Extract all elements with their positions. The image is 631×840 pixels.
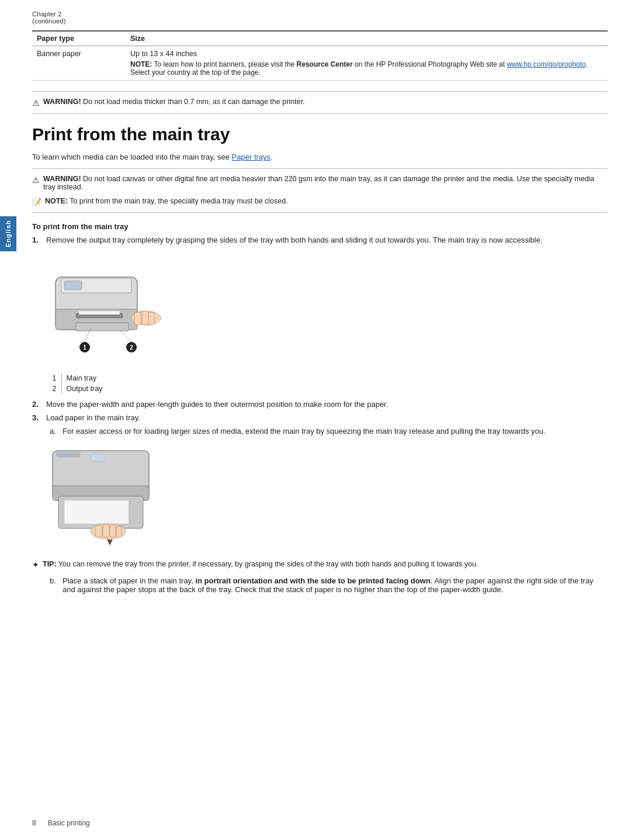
printer-illustration-2 bbox=[44, 445, 608, 553]
tip-box: ✦ TIP: You can remove the tray from the … bbox=[32, 560, 608, 569]
legend-num-2: 2 bbox=[44, 383, 61, 394]
substep-b-label: b. bbox=[50, 576, 58, 594]
warning-icon: ⚠ bbox=[32, 98, 40, 108]
tip-icon: ✦ bbox=[32, 560, 39, 569]
step-text-1: Remove the output tray completely by gra… bbox=[46, 236, 543, 244]
step-num-2: 2. bbox=[32, 400, 41, 409]
legend-label-2: Output tray bbox=[61, 383, 108, 394]
svg-rect-30 bbox=[116, 526, 122, 537]
svg-text:2: 2 bbox=[130, 344, 133, 351]
warning-label-2: WARNING! bbox=[43, 175, 81, 183]
svg-rect-5 bbox=[79, 311, 120, 314]
note-icon: 📝 bbox=[32, 198, 41, 206]
sidebar-language-label: English bbox=[0, 216, 16, 251]
col-size: Size bbox=[126, 31, 608, 46]
col-paper-type: Paper type bbox=[32, 31, 126, 46]
footer-label: Basic printing bbox=[48, 819, 90, 827]
warning-label: WARNING! bbox=[43, 98, 81, 106]
sub-steps-list: a. For easier access or for loading larg… bbox=[32, 427, 608, 435]
divider-2 bbox=[32, 113, 608, 114]
step-1: 1. Remove the output tray completely by … bbox=[32, 236, 608, 244]
section-title: Print from the main tray bbox=[32, 125, 608, 144]
steps-list: 1. Remove the output tray completely by … bbox=[32, 236, 608, 244]
substep-a: a. For easier access or for loading larg… bbox=[50, 427, 608, 435]
divider-1 bbox=[32, 91, 608, 92]
subsection-title: To print from the main tray bbox=[32, 222, 608, 231]
divider-3 bbox=[32, 168, 608, 169]
warning-icon-2: ⚠ bbox=[32, 175, 40, 185]
svg-rect-10 bbox=[76, 323, 129, 331]
svg-text:1: 1 bbox=[83, 344, 86, 351]
substep-b-text: Place a stack of paper in the main tray,… bbox=[63, 576, 608, 594]
note-label: NOTE: bbox=[45, 197, 68, 205]
note-text: To print from the main tray, the special… bbox=[70, 197, 288, 205]
footer: 8 Basic printing bbox=[32, 819, 608, 827]
svg-rect-25 bbox=[64, 500, 129, 524]
svg-rect-21 bbox=[66, 452, 70, 457]
svg-marker-31 bbox=[107, 540, 113, 545]
tip-text: You can remove the tray from the printer… bbox=[58, 560, 478, 568]
substep-a-label: a. bbox=[50, 427, 58, 435]
legend-row-1: 1 Main tray bbox=[44, 373, 108, 383]
svg-rect-3 bbox=[64, 281, 82, 290]
divider-4 bbox=[32, 212, 608, 213]
svg-rect-23 bbox=[91, 454, 105, 461]
step-num-1: 1. bbox=[32, 236, 41, 244]
step-2: 2. Move the paper-width and paper-length… bbox=[32, 400, 608, 409]
svg-rect-29 bbox=[110, 525, 116, 537]
legend-num-1: 1 bbox=[44, 373, 61, 383]
warning-text: Do not load media thicker than 0.7 mm, a… bbox=[83, 98, 304, 106]
step-text-2: Move the paper-width and paper-length gu… bbox=[46, 400, 388, 409]
sub-steps-list-b: b. Place a stack of paper in the main tr… bbox=[32, 576, 608, 594]
steps-list-2: 2. Move the paper-width and paper-length… bbox=[32, 400, 608, 422]
step-text-3: Load paper in the main tray. bbox=[46, 413, 140, 422]
substep-a-text: For easier access or for loading larger … bbox=[63, 427, 546, 435]
svg-rect-8 bbox=[142, 311, 148, 325]
legend-label-1: Main tray bbox=[61, 373, 108, 383]
size-cell: Up to 13 x 44 inches NOTE: To learn how … bbox=[126, 46, 608, 81]
paper-trays-link[interactable]: Paper trays bbox=[232, 153, 271, 161]
svg-rect-9 bbox=[148, 312, 154, 325]
svg-rect-20 bbox=[61, 452, 65, 457]
warning-media-thickness: ⚠ WARNING! Do not load media thicker tha… bbox=[32, 98, 608, 108]
step-3: 3. Load paper in the main tray. bbox=[32, 413, 608, 422]
warning-canvas: ⚠ WARNING! Do not load canvas or other d… bbox=[32, 175, 608, 191]
prophoto-link[interactable]: www.hp.com/go/prophoto bbox=[507, 60, 585, 68]
svg-rect-27 bbox=[95, 526, 102, 537]
svg-rect-19 bbox=[57, 452, 60, 457]
warning-text-2: Do not load canvas or other digital fine… bbox=[43, 175, 594, 191]
tip-label: TIP: bbox=[43, 560, 57, 568]
legend-row-2: 2 Output tray bbox=[44, 383, 108, 394]
intro-paragraph: To learn which media can be loaded into … bbox=[32, 153, 608, 161]
footer-page-number: 8 bbox=[32, 819, 36, 827]
table-row: Banner paper Up to 13 x 44 inches NOTE: … bbox=[32, 46, 608, 81]
svg-rect-7 bbox=[134, 312, 141, 325]
note-specialty-tray: 📝 NOTE: To print from the main tray, the… bbox=[32, 197, 608, 206]
printer-illustration-1: 1 2 1 Main tray 2 Output tray bbox=[44, 254, 608, 394]
printer-svg-1: 1 2 bbox=[44, 254, 172, 371]
legend-table: 1 Main tray 2 Output tray bbox=[44, 373, 108, 394]
substep-b: b. Place a stack of paper in the main tr… bbox=[50, 576, 608, 594]
paper-type-table: Paper type Size Banner paper Up to 13 x … bbox=[32, 30, 608, 81]
svg-line-16 bbox=[120, 330, 131, 342]
step-num-3: 3. bbox=[32, 413, 41, 422]
printer-svg-2 bbox=[44, 445, 172, 553]
svg-rect-28 bbox=[103, 524, 109, 537]
paper-type-cell: Banner paper bbox=[32, 46, 126, 81]
chapter-label: Chapter 2 (continued) bbox=[32, 11, 608, 25]
